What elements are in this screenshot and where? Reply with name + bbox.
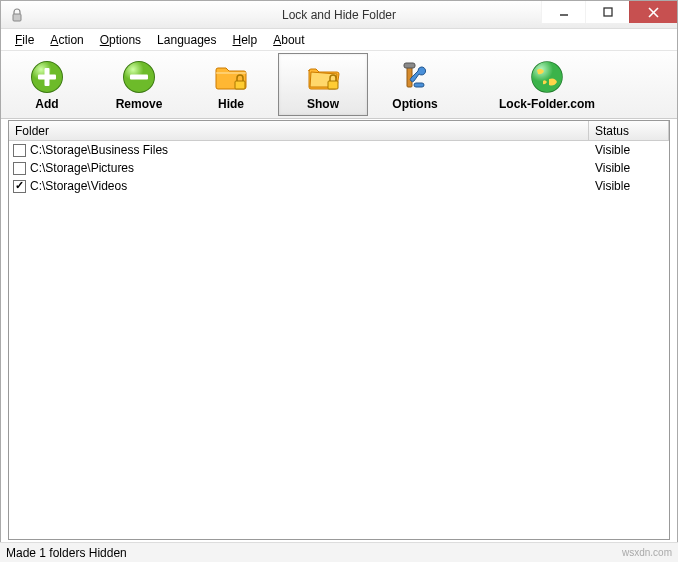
folder-list: Folder Status C:\Storage\Business Files … [8,120,670,540]
column-folder[interactable]: Folder [9,121,589,140]
minimize-button[interactable] [541,1,585,23]
folder-path: C:\Storage\Pictures [30,161,134,175]
website-button[interactable]: Lock-Folder.com [462,53,632,116]
add-label: Add [35,97,58,111]
close-button[interactable] [629,1,677,23]
svg-rect-12 [235,81,245,89]
svg-rect-16 [414,83,424,87]
folder-path: C:\Storage\Business Files [30,143,168,157]
status-text: Made 1 folders Hidden [6,546,127,560]
watermark: wsxdn.com [622,547,672,558]
svg-point-18 [532,62,562,92]
list-body[interactable]: C:\Storage\Business Files Visible C:\Sto… [9,141,669,539]
window-buttons [541,1,677,28]
svg-rect-2 [604,8,612,16]
show-button[interactable]: Show [278,53,368,116]
checkbox[interactable] [13,162,26,175]
menu-options[interactable]: Options [92,31,149,49]
svg-rect-0 [13,14,21,21]
titlebar: Lock and Hide Folder [1,1,677,29]
remove-button[interactable]: Remove [94,53,184,116]
remove-label: Remove [116,97,163,111]
toolbar: Add Remove Hide [1,51,677,119]
list-item[interactable]: C:\Storage\Business Files Visible [9,141,669,159]
options-label: Options [392,97,437,111]
menu-file[interactable]: File [7,31,42,49]
hide-button[interactable]: Hide [186,53,276,116]
menu-about[interactable]: About [265,31,312,49]
globe-icon [529,59,565,95]
add-icon [29,59,65,95]
hide-label: Hide [218,97,244,111]
column-status[interactable]: Status [589,121,669,140]
add-button[interactable]: Add [2,53,92,116]
folder-open-lock-icon [305,59,341,95]
options-button[interactable]: Options [370,53,460,116]
menu-action[interactable]: Action [42,31,91,49]
svg-rect-15 [404,63,415,68]
folder-status: Visible [589,179,669,193]
remove-icon [121,59,157,95]
statusbar: Made 1 folders Hidden wsxdn.com [0,542,678,562]
list-header: Folder Status [9,121,669,141]
folder-status: Visible [589,143,669,157]
show-label: Show [307,97,339,111]
maximize-button[interactable] [585,1,629,23]
tools-icon [397,59,433,95]
folder-status: Visible [589,161,669,175]
list-item[interactable]: C:\Storage\Videos Visible [9,177,669,195]
checkbox[interactable] [13,144,26,157]
list-item[interactable]: C:\Storage\Pictures Visible [9,159,669,177]
menu-help[interactable]: Help [225,31,266,49]
app-icon [9,7,25,23]
svg-rect-11 [130,74,148,79]
checkbox[interactable] [13,180,26,193]
folder-path: C:\Storage\Videos [30,179,127,193]
folder-lock-icon [213,59,249,95]
menubar: File Action Options Languages Help About [1,29,677,51]
svg-rect-8 [38,74,56,79]
menu-languages[interactable]: Languages [149,31,224,49]
website-label: Lock-Folder.com [499,97,595,111]
svg-rect-13 [328,81,338,89]
